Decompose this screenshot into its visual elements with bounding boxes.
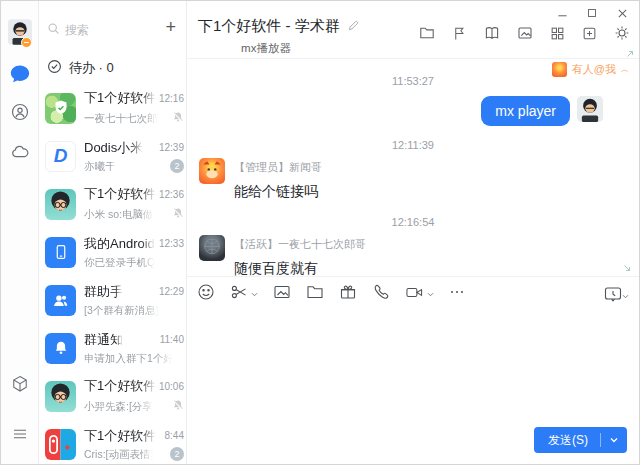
chevron-down-icon bbox=[251, 283, 258, 301]
chat-history-icon[interactable] bbox=[604, 285, 629, 303]
gift-icon[interactable] bbox=[339, 283, 357, 301]
chat-title: 下1个好软件 - 学术群 bbox=[198, 17, 340, 36]
chat-preview: 小米 so:电脑做 bbox=[84, 208, 153, 222]
avatar bbox=[45, 333, 76, 364]
todo-label: 待办 · 0 bbox=[69, 59, 114, 77]
chat-time: 12:39 bbox=[159, 142, 184, 153]
search-input[interactable]: 搜索 bbox=[47, 21, 180, 39]
timestamp: 12:11:39 bbox=[199, 139, 627, 151]
chat-time: 12:36 bbox=[159, 189, 184, 200]
message-text[interactable]: 随便百度就有 bbox=[234, 260, 366, 276]
add-window-icon[interactable] bbox=[582, 26, 597, 41]
chat-time: 12:16 bbox=[159, 93, 184, 104]
chat-preview: 亦曦干 bbox=[84, 160, 116, 174]
sidebar-item-cloud[interactable] bbox=[9, 143, 31, 165]
settings-gear-icon[interactable] bbox=[614, 25, 630, 41]
group-files-folder-icon[interactable] bbox=[419, 25, 435, 41]
avatar[interactable] bbox=[199, 235, 225, 261]
chat-list-item[interactable]: 下1个好软件8:44 Cris:[动画表情]2 bbox=[45, 423, 184, 465]
sender-name[interactable]: 【管理员】新闻哥 bbox=[234, 160, 322, 175]
chat-list-item[interactable]: 我的Android12:33 你已登录手机Q bbox=[45, 231, 184, 273]
unread-badge: 2 bbox=[170, 447, 184, 461]
sender-name[interactable]: 【活跃】一夜七十七次郎哥 bbox=[234, 237, 366, 252]
search-icon bbox=[47, 22, 65, 38]
message-bubble[interactable]: mx player bbox=[481, 96, 570, 126]
emoji-icon[interactable] bbox=[197, 283, 215, 301]
mute-icon bbox=[172, 397, 184, 415]
chat-title: 群通知 bbox=[84, 331, 123, 349]
chat-time: 8:44 bbox=[165, 430, 184, 441]
chat-preview: 申请加入群下1个好 bbox=[84, 352, 172, 366]
cloud-icon bbox=[10, 142, 30, 166]
album-image-icon[interactable] bbox=[517, 25, 533, 41]
chat-title: 我的Android bbox=[84, 235, 155, 253]
send-options-chevron-icon[interactable] bbox=[601, 437, 627, 443]
composer: 发送(S) bbox=[187, 276, 639, 464]
chat-list-panel: 搜索 + 待办 · 0 下1个好软件12:16 一夜七十七次郎 D Dodis小… bbox=[39, 1, 187, 464]
chat-list-item[interactable]: 下1个好软件10:06 小羿先森:[分享 bbox=[45, 375, 184, 417]
chat-list-item[interactable]: 群助手12:29 [3个群有新消息] bbox=[45, 279, 184, 321]
message-list: 11:53:27 mx player 12:11:39 【管理员】新闻哥 能给个… bbox=[187, 59, 639, 276]
resize-handle-arrow[interactable] bbox=[622, 259, 632, 277]
nav-rail bbox=[1, 1, 39, 464]
unread-badge: 2 bbox=[170, 159, 184, 173]
edit-pencil-icon[interactable] bbox=[340, 18, 360, 35]
search-placeholder: 搜索 bbox=[65, 22, 89, 39]
menu-icon bbox=[11, 425, 29, 447]
todo-section[interactable]: 待办 · 0 bbox=[47, 59, 114, 77]
message-text[interactable]: 能给个链接吗 bbox=[234, 183, 322, 201]
chat-list-item[interactable]: 下1个好软件12:16 一夜七十七次郎 bbox=[45, 87, 184, 129]
send-image-icon[interactable] bbox=[273, 283, 291, 301]
received-message: 【活跃】一夜七十七次郎哥 随便百度就有 bbox=[199, 235, 627, 276]
avatar[interactable] bbox=[199, 158, 225, 184]
contacts-icon bbox=[10, 102, 30, 126]
send-button[interactable]: 发送(S) bbox=[534, 427, 627, 453]
timestamp: 12:16:54 bbox=[199, 216, 627, 228]
video-call-icon[interactable] bbox=[405, 283, 434, 301]
chat-bubble-icon bbox=[9, 63, 31, 89]
chat-title: 下1个好软件 bbox=[84, 89, 156, 107]
add-chat-button[interactable]: + bbox=[165, 18, 176, 36]
chevron-down-icon bbox=[622, 285, 629, 303]
send-label: 发送(S) bbox=[534, 432, 600, 449]
chat-preview: 小羿先森:[分享 bbox=[84, 400, 153, 414]
chat-time: 11:40 bbox=[160, 334, 184, 345]
sidebar-item-messages[interactable] bbox=[9, 65, 31, 87]
avatar bbox=[45, 237, 76, 268]
chat-preview: [3个群有新消息] bbox=[84, 304, 159, 318]
status-busy-badge bbox=[21, 37, 32, 48]
sidebar-item-workspace[interactable] bbox=[9, 375, 31, 397]
avatar[interactable] bbox=[577, 96, 603, 122]
avatar bbox=[45, 93, 76, 124]
chat-title: Dodis小米 bbox=[84, 139, 143, 157]
chat-title: 下1个好软件 bbox=[84, 185, 156, 203]
phone-call-icon[interactable] bbox=[372, 283, 390, 301]
sidebar-item-menu[interactable] bbox=[9, 425, 31, 447]
chat-subtitle: mx播放器 bbox=[198, 41, 334, 56]
notebook-icon[interactable] bbox=[484, 25, 500, 41]
received-message: 【管理员】新闻哥 能给个链接吗 bbox=[199, 158, 627, 201]
chat-preview: Cris:[动画表情] bbox=[84, 448, 153, 462]
chat-list-item[interactable]: 群通知11:40 申请加入群下1个好 bbox=[45, 327, 184, 369]
apps-grid-icon[interactable] bbox=[550, 26, 565, 41]
chat-list-item[interactable]: D Dodis小米12:39 亦曦干2 bbox=[45, 135, 184, 177]
mute-icon bbox=[172, 205, 184, 223]
more-icon[interactable] bbox=[449, 284, 465, 300]
chat-list-item[interactable]: 下1个好软件12:36 小米 so:电脑做 bbox=[45, 183, 184, 225]
chevron-down-icon bbox=[427, 283, 434, 301]
announcement-flag-icon[interactable] bbox=[452, 26, 467, 41]
chat-title: 群助手 bbox=[84, 283, 123, 301]
screenshot-scissors-icon[interactable] bbox=[230, 283, 258, 301]
avatar: D bbox=[45, 141, 76, 172]
avatar bbox=[45, 285, 76, 316]
workspace-cube-icon bbox=[10, 374, 30, 398]
sidebar-item-contacts[interactable] bbox=[9, 103, 31, 125]
sent-message: mx player bbox=[199, 96, 627, 126]
send-file-folder-icon[interactable] bbox=[306, 283, 324, 301]
todo-check-icon bbox=[47, 59, 69, 77]
chat-time: 12:33 bbox=[159, 238, 184, 249]
chat-time: 12:29 bbox=[159, 286, 184, 297]
mute-icon bbox=[172, 109, 184, 127]
chat-main: 下1个好软件 - 学术群 mx播放器 有人@我 ︿ 11:53:27 bbox=[187, 1, 639, 464]
message-input[interactable] bbox=[197, 311, 629, 422]
